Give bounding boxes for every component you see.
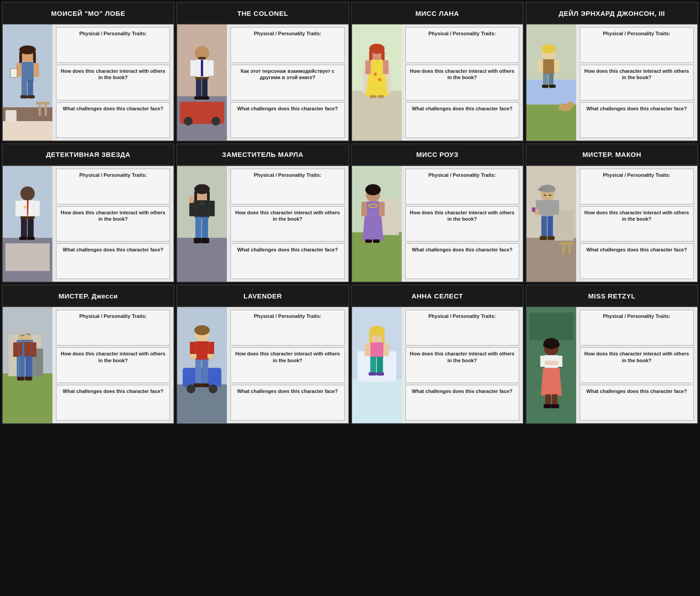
traits-label-marla: Physical / Personality Traits: — [235, 172, 340, 178]
svg-point-45 — [373, 72, 376, 76]
interact-label-dale: How does this character interact with ot… — [584, 68, 690, 81]
traits-section-jesse: Physical / Personality Traits: — [56, 310, 170, 345]
card-header-miss_lana: МИСС ЛАНА — [352, 3, 523, 24]
card-body-anna: Physical / Personality Traits: How does … — [352, 307, 523, 423]
svg-rect-32 — [196, 77, 209, 79]
svg-rect-190 — [552, 394, 557, 405]
traits-label-lavender: Physical / Personality Traits: — [235, 313, 340, 319]
traits-label-jesse: Physical / Personality Traits: — [60, 313, 166, 319]
svg-rect-125 — [547, 216, 553, 237]
challenges-section-macon: What challenges does this character face… — [580, 243, 694, 279]
svg-rect-161 — [202, 383, 209, 388]
traits-section-lavender: Physical / Personality Traits: — [230, 310, 344, 345]
traits-section-colonel: Physical / Personality Traits: — [230, 27, 344, 63]
character-image-colonel — [177, 24, 227, 141]
svg-rect-189 — [545, 394, 550, 405]
svg-rect-179 — [529, 313, 573, 341]
svg-rect-17 — [20, 95, 28, 98]
svg-rect-61 — [543, 74, 548, 86]
svg-point-182 — [543, 342, 548, 347]
card-body-colonel: Physical / Personality Traits: Как этот … — [177, 24, 348, 141]
interact-label-colonel: Как этот персонаж взаимодействует с друг… — [235, 68, 340, 81]
svg-point-152 — [194, 326, 210, 336]
svg-rect-192 — [551, 404, 559, 408]
svg-rect-121 — [554, 200, 559, 214]
svg-rect-129 — [3, 374, 52, 423]
traits-section-detective: Physical / Personality Traits: — [56, 169, 170, 204]
svg-rect-119 — [541, 199, 554, 217]
challenges-section-retzyl: What challenges does this character face… — [580, 385, 694, 421]
svg-rect-94 — [202, 238, 209, 243]
card-content-marla: Physical / Personality Traits: How does … — [227, 166, 348, 282]
svg-rect-139 — [25, 356, 31, 378]
character-image-moises — [3, 24, 52, 141]
challenges-label-moises: What challenges does this character face… — [60, 105, 166, 112]
svg-rect-10 — [33, 52, 36, 63]
svg-rect-142 — [13, 343, 19, 357]
traits-section-marla: Physical / Personality Traits: — [230, 169, 344, 204]
svg-rect-103 — [361, 202, 366, 216]
svg-rect-144 — [17, 377, 24, 381]
svg-rect-33 — [194, 96, 202, 99]
svg-rect-78 — [27, 237, 35, 240]
svg-rect-4 — [38, 104, 41, 115]
svg-rect-49 — [370, 95, 376, 98]
svg-text:★: ★ — [23, 204, 28, 210]
svg-rect-118 — [549, 194, 551, 195]
character-image-lavender — [177, 307, 227, 423]
interact-label-moises: How does this character interact with ot… — [60, 68, 166, 81]
interact-section-anna: How does this character interact with ot… — [405, 347, 519, 383]
traits-section-miss_rose: Physical / Personality Traits: — [405, 169, 519, 204]
card-header-miss_rose: МИСС РОУЗ — [352, 144, 523, 166]
challenges-label-miss_lana: What challenges does this character face… — [409, 105, 515, 112]
svg-rect-41 — [369, 51, 372, 61]
svg-rect-173 — [383, 343, 389, 356]
card-body-marla: Physical / Personality Traits: How does … — [177, 166, 348, 282]
svg-rect-50 — [377, 95, 384, 98]
svg-rect-191 — [544, 404, 551, 408]
svg-rect-147 — [177, 384, 227, 423]
svg-rect-171 — [370, 343, 383, 358]
svg-rect-126 — [540, 236, 547, 240]
interact-label-detective: How does this character interact with ot… — [60, 209, 166, 222]
card-body-dale: Physical / Personality Traits: How does … — [526, 24, 697, 141]
interact-section-colonel: Как этот персонаж взаимодействует с друг… — [230, 65, 344, 100]
character-image-dale — [526, 24, 576, 141]
challenges-label-miss_rose: What challenges does this character face… — [409, 246, 515, 253]
challenges-section-jesse: What challenges does this character face… — [56, 385, 170, 421]
card-macon: МИСТЕР. МАКОН — [526, 143, 698, 283]
svg-rect-16 — [28, 80, 33, 96]
challenges-section-miss_rose: What challenges does this character face… — [405, 243, 519, 279]
card-body-miss_rose: Physical / Personality Traits: How does … — [352, 166, 523, 282]
card-content-dale: Physical / Personality Traits: How does … — [576, 24, 697, 141]
challenges-label-jesse: What challenges does this character face… — [60, 388, 166, 394]
svg-rect-88 — [189, 201, 195, 216]
card-marla: ЗАМЕСТИТЕЛЬ МАРЛА — [176, 143, 349, 283]
card-content-retzyl: Physical / Personality Traits: How does … — [576, 307, 697, 423]
challenges-label-macon: What challenges does this character face… — [584, 246, 690, 253]
card-header-retzyl: MISS RETZYL — [526, 285, 697, 307]
svg-rect-11 — [22, 62, 34, 81]
card-header-macon: МИСТЕР. МАКОН — [526, 144, 697, 166]
svg-rect-89 — [209, 201, 215, 216]
svg-rect-153 — [196, 341, 209, 361]
svg-rect-105 — [365, 239, 372, 242]
interact-section-macon: How does this character interact with ot… — [580, 206, 694, 242]
card-header-lavender: LAVENDER — [177, 285, 348, 307]
card-content-miss_lana: Physical / Personality Traits: How does … — [402, 24, 523, 141]
card-header-jesse: МИСТЕР. Джесси — [3, 285, 174, 307]
svg-rect-60 — [554, 60, 559, 72]
svg-rect-59 — [537, 60, 543, 72]
svg-point-99 — [365, 184, 381, 195]
svg-rect-13 — [33, 63, 39, 77]
interact-section-miss_rose: How does this character interact with ot… — [405, 206, 519, 242]
challenges-label-lavender: What challenges does this character face… — [235, 388, 340, 394]
svg-rect-174 — [370, 357, 376, 374]
traits-label-miss_rose: Physical / Personality Traits: — [409, 172, 515, 178]
svg-rect-91 — [196, 217, 202, 239]
traits-label-miss_lana: Physical / Personality Traits: — [409, 30, 515, 37]
card-header-anna: АННА СЕЛЕСТ — [352, 285, 523, 307]
card-content-jesse: Physical / Personality Traits: How does … — [52, 307, 174, 423]
interact-label-jesse: How does this character interact with ot… — [60, 350, 166, 364]
svg-rect-109 — [554, 210, 573, 240]
